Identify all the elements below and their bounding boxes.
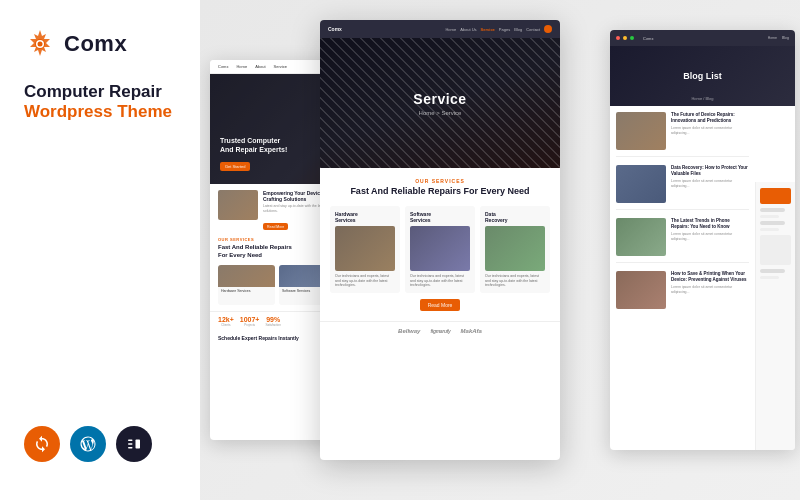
refresh-badge[interactable] (24, 426, 60, 462)
screen1-person-img (218, 190, 258, 220)
screen2-topbar: Comx Home About Us Service Pages Blog Co… (320, 20, 560, 38)
sidebar-thumb-1 (760, 235, 791, 265)
stat-projects: 1007+ Projects (240, 316, 260, 327)
screen2-service-card-3: DataRecovery Our technicians and experts… (480, 206, 550, 294)
service-card-text-3: Our technicians and experts, latest and … (485, 274, 545, 289)
stat-clients: 12k+ Clients (218, 316, 234, 327)
stat-satisfaction-num: 99% (265, 316, 281, 323)
screen2-nav-cta (544, 25, 552, 33)
service-card-text-2: Our technicians and experts, latest and … (410, 274, 470, 289)
screen3-dot-green (630, 36, 634, 40)
blog-text-2: Data Recovery: How to Protect Your Valua… (671, 165, 749, 203)
nav-about: About (255, 64, 265, 69)
screen3-nav: Home Blog (768, 36, 789, 40)
screen3-nav-blog: Blog (782, 36, 789, 40)
sidebar-line-3 (760, 221, 785, 225)
screen2-btn-container: Read More (330, 293, 550, 311)
svg-point-2 (38, 42, 43, 47)
sidebar-line-4 (760, 228, 779, 231)
logo-area: Comx (24, 28, 186, 60)
screen-3-preview: Comx Home Blog Blog List Home / Blog The… (610, 30, 795, 450)
blog-img-2 (616, 165, 666, 203)
wordpress-badge[interactable] (70, 426, 106, 462)
partner-makafa: MakAfa (461, 328, 482, 334)
blog-item-3: The Latest Trends in Phone Repairs: You … (616, 218, 749, 263)
logo-text: Comx (64, 31, 127, 57)
screen1-card-img-1 (218, 265, 275, 287)
sidebar-line-5 (760, 269, 785, 273)
service-card-title-2: SoftwareServices (410, 211, 470, 223)
stat-satisfaction: 99% Satisfaction (265, 316, 281, 327)
screen3-logo: Comx (643, 36, 653, 41)
screen3-main: The Future of Device Repairs: Innovation… (610, 106, 795, 329)
nav-logo: Comx (218, 64, 228, 69)
screen2-nav-contact: Contact (526, 27, 540, 32)
sidebar-line-6 (760, 276, 779, 279)
screen2-hero-text: Service Home > Service (413, 91, 466, 116)
screen3-hero-title: Blog List (683, 71, 722, 81)
screen2-hero: Service Home > Service (320, 38, 560, 168)
partner-bellway: Bellway (398, 328, 420, 334)
service-card-title-3: DataRecovery (485, 211, 545, 223)
screen2-read-more-btn[interactable]: Read More (420, 299, 461, 311)
nav-home: Home (236, 64, 247, 69)
screen2-logo: Comx (328, 26, 342, 32)
service-breadcrumb: Home > Service (413, 110, 466, 116)
service-card-text-1: Our technicians and experts, latest and … (335, 274, 395, 289)
blog-img-3 (616, 218, 666, 256)
service-hero-label: Service (413, 91, 466, 107)
gear-logo-icon (24, 28, 56, 60)
screen2-nav-service: Service (481, 27, 495, 32)
partner-figmarufy: figmarufy (430, 328, 450, 334)
screen1-hero-content: Trusted ComputerAnd Repair Experts! Get … (220, 136, 287, 172)
screen1-hero-title: Trusted ComputerAnd Repair Experts! (220, 136, 287, 154)
screen-2-preview: Comx Home About Us Service Pages Blog Co… (320, 20, 560, 460)
stat-clients-label: Clients (218, 323, 234, 327)
blog-desc-4: Lorem ipsum dolor sit amet consectetur a… (671, 285, 749, 295)
screen3-breadcrumb: Home / Blog (691, 96, 713, 101)
screen3-sidebar (755, 182, 795, 450)
blog-text-1: The Future of Device Repairs: Innovation… (671, 112, 749, 150)
screen3-dot-yellow (623, 36, 627, 40)
screen3-topbar: Comx Home Blog (610, 30, 795, 46)
screen2-nav-item: Home (445, 27, 456, 32)
svg-rect-3 (128, 440, 133, 442)
blog-text-4: How to Save & Printing When Your Device:… (671, 271, 749, 309)
screen3-nav-home: Home (768, 36, 777, 40)
service-card-img-2 (410, 226, 470, 271)
screen3-hero: Blog List Home / Blog (610, 46, 795, 106)
blog-desc-2: Lorem ipsum dolor sit amet consectetur a… (671, 179, 749, 189)
elementor-badge[interactable] (116, 426, 152, 462)
screen2-services-header: OUR SERVICES Fast And Reliable Repairs F… (330, 178, 550, 198)
service-card-img-3 (485, 226, 545, 271)
screen2-nav-about: About Us (460, 27, 476, 32)
blog-item-2: Data Recovery: How to Protect Your Valua… (616, 165, 749, 210)
blog-img-4 (616, 271, 666, 309)
screen2-service-card-1: HardwareServices Our technicians and exp… (330, 206, 400, 294)
sidebar-orange-block (760, 188, 791, 204)
screen2-nav-right: Home About Us Service Pages Blog Contact (445, 25, 552, 33)
blog-item-4: How to Save & Printing When Your Device:… (616, 271, 749, 315)
screen2-nav-pages: Pages (499, 27, 510, 32)
blog-desc-3: Lorem ipsum dolor sit amet consectetur a… (671, 232, 749, 242)
blog-title-4: How to Save & Printing When Your Device:… (671, 271, 749, 283)
screens-area: Comx Home About Service Trusted Computer… (200, 0, 800, 500)
sidebar-line-2 (760, 215, 779, 218)
blog-img-1 (616, 112, 666, 150)
theme-title-line1: Computer Repair Wordpress Theme (24, 82, 186, 123)
nav-service: Service (274, 64, 287, 69)
svg-rect-6 (136, 440, 141, 449)
screen2-service-card-2: SoftwareServices Our technicians and exp… (405, 206, 475, 294)
screen1-card-title-1: Hardware Services (218, 287, 275, 295)
left-panel: Comx Computer Repair Wordpress Theme (0, 0, 210, 500)
blog-text-3: The Latest Trends in Phone Repairs: You … (671, 218, 749, 256)
badge-row (24, 426, 186, 472)
screen1-card-1: Hardware Services (218, 265, 275, 305)
screen3-dot-red (616, 36, 620, 40)
stat-satisfaction-label: Satisfaction (265, 323, 281, 327)
service-card-title-1: HardwareServices (335, 211, 395, 223)
svg-rect-5 (128, 447, 133, 449)
screen2-nav-blog: Blog (514, 27, 522, 32)
blog-title-3: The Latest Trends in Phone Repairs: You … (671, 218, 749, 230)
blog-title-1: The Future of Device Repairs: Innovation… (671, 112, 749, 124)
